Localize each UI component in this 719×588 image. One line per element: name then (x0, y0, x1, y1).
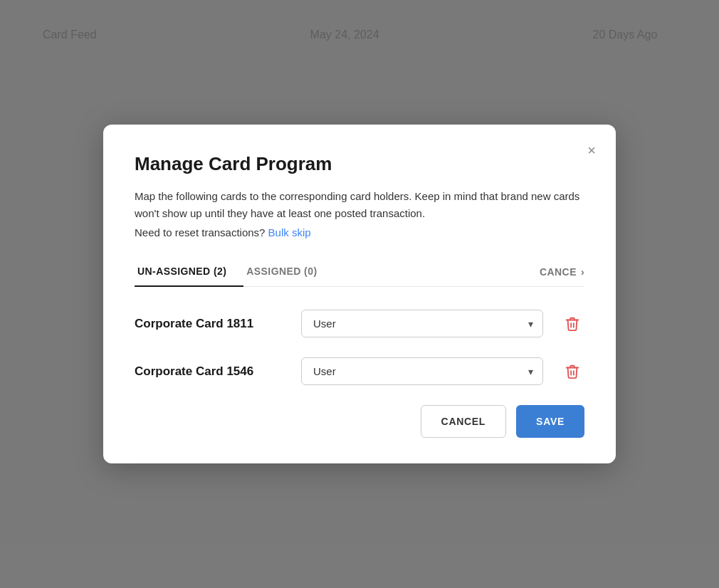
close-button[interactable]: × (584, 140, 599, 160)
modal-overlay: × Manage Card Program Map the following … (0, 0, 719, 588)
modal-title: Manage Card Program (135, 153, 584, 175)
chevron-right-icon: › (581, 266, 584, 278)
delete-button-1811[interactable] (560, 312, 584, 336)
user-select-1811[interactable]: User (301, 310, 543, 337)
tab-cancelled[interactable]: CANCE › (540, 259, 584, 286)
delete-button-1546[interactable] (560, 359, 584, 384)
modal-footer: CANCEL SAVE (135, 405, 584, 438)
manage-card-program-modal: × Manage Card Program Map the following … (103, 125, 616, 463)
user-select-1546[interactable]: User (301, 357, 543, 385)
reset-line: Need to reset transactions? Bulk skip (135, 226, 584, 238)
bulk-skip-link[interactable]: Bulk skip (268, 226, 311, 238)
reset-line-text: Need to reset transactions? (135, 226, 265, 238)
tabs-container: UN-ASSIGNED (2) ASSIGNED (0) CANCE › (135, 258, 584, 287)
card-row-1546: Corporate Card 1546 User ▾ (135, 357, 584, 385)
trash-icon-1546 (565, 364, 580, 379)
cancel-button[interactable]: CANCEL (421, 405, 507, 438)
card-label-1546: Corporate Card 1546 (135, 364, 284, 379)
tab-unassigned[interactable]: UN-ASSIGNED (2) (135, 258, 243, 287)
modal-description: Map the following cards to the correspon… (135, 188, 584, 222)
save-button[interactable]: SAVE (516, 405, 584, 438)
user-select-wrapper-1811: User ▾ (301, 310, 543, 337)
tab-cancelled-label: CANCE (540, 266, 577, 278)
user-select-wrapper-1546: User ▾ (301, 357, 543, 385)
tab-assigned[interactable]: ASSIGNED (0) (243, 258, 334, 287)
trash-icon-1811 (565, 316, 580, 332)
card-label-1811: Corporate Card 1811 (135, 317, 284, 331)
card-row-1811: Corporate Card 1811 User ▾ (135, 310, 584, 337)
